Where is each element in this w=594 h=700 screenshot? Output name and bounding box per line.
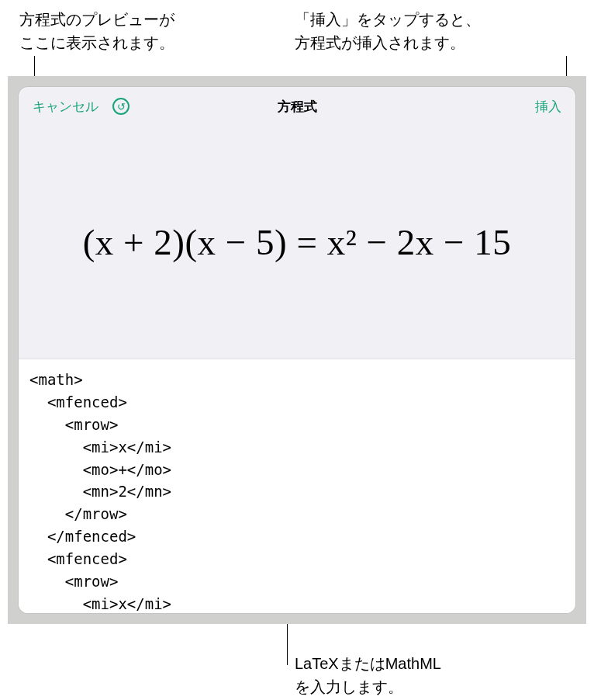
toolbar-left: キャンセル ↺ xyxy=(33,98,130,116)
cancel-button[interactable]: キャンセル xyxy=(33,98,98,116)
toolbar: キャンセル ↺ 方程式 挿入 xyxy=(19,87,575,126)
device-frame: キャンセル ↺ 方程式 挿入 (x + 2)(x − 5) = x² − 2x … xyxy=(8,76,586,624)
undo-button[interactable]: ↺ xyxy=(112,98,130,115)
equation-preview-area: (x + 2)(x − 5) = x² − 2x − 15 xyxy=(19,126,575,359)
insert-button[interactable]: 挿入 xyxy=(535,98,561,116)
equation-source-input[interactable]: <math> <mfenced> <mrow> <mi>x</mi> <mo>+… xyxy=(19,359,575,613)
source-code-visible: <math> <mfenced> <mrow> <mi>x</mi> <mo>+… xyxy=(29,371,171,612)
annotation-input-text: LaTeXまたはMathML を入力します。 xyxy=(295,652,441,698)
annotation-insert-text: 「挿入」をタップすると、 方程式が挿入されます。 xyxy=(295,8,481,54)
toolbar-title: 方程式 xyxy=(278,98,317,116)
undo-icon: ↺ xyxy=(117,101,126,113)
annotation-preview-text: 方程式のプレビューが ここに表示されます。 xyxy=(19,8,174,54)
equation-editor: キャンセル ↺ 方程式 挿入 (x + 2)(x − 5) = x² − 2x … xyxy=(19,87,575,613)
equation-preview-render: (x + 2)(x − 5) = x² − 2x − 15 xyxy=(83,221,512,263)
